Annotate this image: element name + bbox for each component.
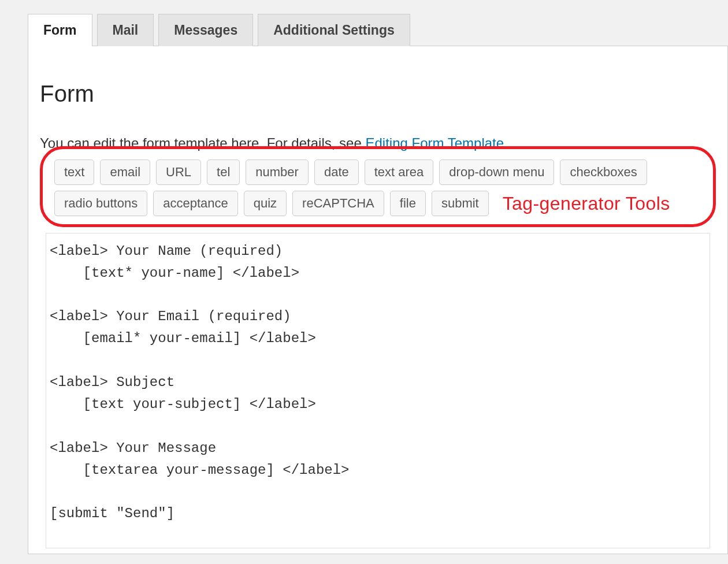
tabs-row: Form Mail Messages Additional Settings <box>0 0 728 46</box>
tabs: Form Mail Messages Additional Settings <box>28 14 410 46</box>
tag-btn-url[interactable]: URL <box>156 159 201 185</box>
tag-btn-acceptance[interactable]: acceptance <box>153 191 238 216</box>
tag-btn-textarea[interactable]: text area <box>365 159 434 185</box>
tag-btn-file[interactable]: file <box>390 191 426 216</box>
tab-additional-settings[interactable]: Additional Settings <box>258 14 410 46</box>
page-root: Form Mail Messages Additional Settings F… <box>0 0 728 564</box>
tab-messages[interactable]: Messages <box>158 14 253 46</box>
tag-btn-text[interactable]: text <box>54 159 94 185</box>
tag-btn-recaptcha[interactable]: reCAPTCHA <box>292 191 384 216</box>
annotation-tag-generator-tools: Tag-generator Tools <box>503 193 670 214</box>
tag-generator-tools: text email URL tel number date text area… <box>54 159 701 216</box>
tag-btn-dropdown[interactable]: drop-down menu <box>439 159 554 185</box>
tab-form[interactable]: Form <box>28 14 92 46</box>
tag-btn-radio[interactable]: radio buttons <box>54 191 147 216</box>
section-heading: Form <box>40 81 716 107</box>
tag-btn-tel[interactable]: tel <box>207 159 240 185</box>
tag-btn-email[interactable]: email <box>100 159 150 185</box>
tag-btn-checkboxes[interactable]: checkboxes <box>560 159 647 185</box>
form-panel: Form You can edit the form template here… <box>28 46 728 554</box>
tag-generator-tools-annotation-box: text email URL tel number date text area… <box>40 146 716 227</box>
form-panel-inner: Form You can edit the form template here… <box>28 81 727 548</box>
tag-btn-quiz[interactable]: quiz <box>244 191 287 216</box>
tag-btn-submit[interactable]: submit <box>432 191 489 216</box>
tag-btn-number[interactable]: number <box>246 159 309 185</box>
tab-mail[interactable]: Mail <box>97 14 154 46</box>
tag-btn-date[interactable]: date <box>314 159 359 185</box>
form-template-textarea[interactable]: <label> Your Name (required) [text* your… <box>46 233 710 549</box>
